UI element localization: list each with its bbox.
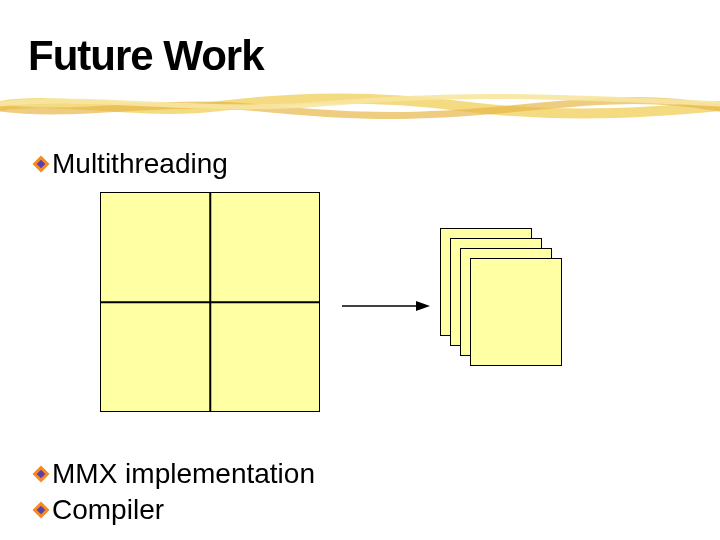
bullet-multithreading: Multithreading — [32, 148, 228, 180]
bullet-icon — [32, 465, 50, 483]
bullet-text: Compiler — [52, 494, 164, 526]
bullet-mmx: MMX implementation — [32, 458, 315, 490]
slide-title: Future Work — [28, 32, 692, 80]
title-underline — [0, 92, 720, 120]
bullet-compiler: Compiler — [32, 494, 164, 526]
svg-marker-3 — [416, 301, 430, 311]
stack-card — [470, 258, 562, 366]
bullet-icon — [32, 501, 50, 519]
diagram-container — [100, 192, 320, 412]
slide: Future Work Multithreading MMX implement… — [0, 0, 720, 540]
quad-grid — [100, 192, 320, 412]
arrow-icon — [340, 296, 430, 316]
bullet-icon — [32, 155, 50, 173]
card-stack — [440, 228, 570, 358]
bullet-text: MMX implementation — [52, 458, 315, 490]
bullet-text: Multithreading — [52, 148, 228, 180]
